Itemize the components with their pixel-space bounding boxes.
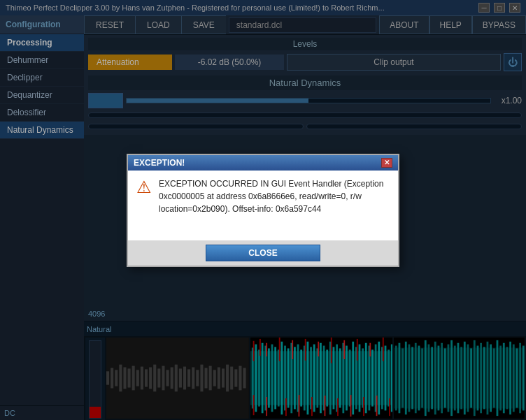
dialog-body: ⚠ EXCEPTION OCCURRED IN GUI Event Handle… — [128, 171, 398, 240]
exception-message: EXCEPTION OCCURRED IN GUI Event Handler … — [159, 178, 390, 233]
warning-icon: ⚠ — [136, 178, 152, 233]
dialog-close-action-button[interactable]: CLOSE — [206, 245, 320, 261]
dialog-titlebar: EXCEPTION! ✕ — [128, 155, 398, 171]
modal-overlay: EXCEPTION! ✕ ⚠ EXCEPTION OCCURRED IN GUI… — [0, 0, 526, 420]
dialog-close-button[interactable]: ✕ — [381, 158, 392, 168]
exception-dialog: EXCEPTION! ✕ ⚠ EXCEPTION OCCURRED IN GUI… — [127, 154, 399, 267]
dialog-footer: CLOSE — [128, 240, 398, 266]
dialog-title: EXCEPTION! — [134, 158, 185, 168]
